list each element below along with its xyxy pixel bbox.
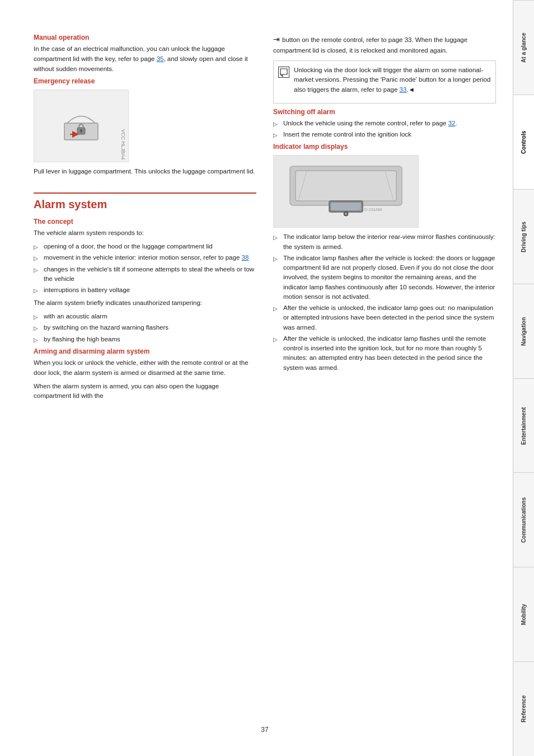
switching-off-title: Switching off alarm [273,108,496,116]
manual-operation-section: Manual operation In the case of an elect… [34,34,256,74]
switching-text-1: Unlock the vehicle using the remote cont… [283,119,457,128]
page-container: Manual operation In the case of an elect… [0,0,534,756]
indicator-title: Indicator lamp displays [273,143,496,151]
indicator-item-3: ▷ After the vehicle is unlocked, the ind… [273,303,496,332]
bullet-item-1: ▷ opening of a door, the hood or the lug… [34,242,256,251]
link-page35[interactable]: 35 [157,55,164,62]
alarm-system-title: Alarm system [34,192,256,211]
emergency-release-section: Emergency release [34,77,256,177]
tampering-text-1: with an acoustic alarm [44,312,107,321]
indicator-text-1: The indicator lamp below the interior re… [283,232,496,252]
tampering-arrow-3: ▷ [34,336,39,344]
indicator-text-2: The indicator lamp flashes after the veh… [283,253,496,302]
switching-off-list: ▷ Unlock the vehicle using the remote co… [273,119,496,140]
indicator-arrow-4: ▷ [273,335,279,344]
note-text: Unlocking via the door lock will trigger… [294,65,491,95]
tampering-intro: The alarm system briefly indicates unaut… [34,298,256,308]
switching-arrow-2: ▷ [273,131,279,139]
arming-section: Arming and disarming alarm system When y… [34,348,256,401]
top-section: Manual operation In the case of an elect… [34,34,496,715]
bullet-arrow-3: ▷ [34,266,39,274]
bullet-item-3: ▷ changes in the vehicle's tilt if someo… [34,265,256,284]
svg-text:VCO-23148A: VCO-23148A [359,208,382,212]
left-column: Manual operation In the case of an elect… [34,34,256,715]
intro-text-1: button on the remote control, refer to p… [273,36,467,54]
right-sidebar: At a glance Controls Driving tips Naviga… [513,0,534,756]
indicator-text-3: After the vehicle is unlocked, the indic… [283,303,496,332]
tampering-item-2: ▷ by switching on the hazard warning fla… [34,323,256,332]
link-page33b[interactable]: 33 [400,86,407,93]
indicator-image: VCO-23148A [273,155,419,228]
bullet-text-4: interruptions in battery voltage [44,285,130,295]
indicator-arrow-2: ▷ [273,255,279,263]
indicator-section: Indicator lamp displays [273,143,496,373]
tampering-arrow-1: ▷ [34,313,39,321]
concept-title: The concept [34,218,256,226]
tampering-text-2: by switching on the hazard warning flash… [44,323,168,332]
sidebar-tab-driving-tips[interactable]: Driving tips [513,189,534,284]
concept-section: The concept The vehicle alarm system res… [34,218,256,344]
emergency-release-caption: Pull lever in luggage compartment. This … [34,167,256,177]
image-watermark: VCC HLJBA4 [120,129,126,160]
arming-body-2: When the alarm system is armed, you can … [34,382,256,402]
sidebar-tab-communications[interactable]: Communications [513,472,534,567]
right-intro: ⇥button on the remote control, refer to … [273,34,496,56]
indicator-item-1: ▷ The indicator lamp below the interior … [273,232,496,252]
arming-body-1: When you lock or unlock the vehicle, eit… [34,358,256,378]
page-number: 37 [34,726,496,734]
indicator-item-2: ▷ The indicator lamp flashes after the v… [273,253,496,302]
main-content: Manual operation In the case of an elect… [0,0,513,756]
remote-icon: ⇥ [273,35,280,44]
bullet-arrow-1: ▷ [34,243,39,251]
bullet-text-1: opening of a door, the hood or the lugga… [44,242,213,251]
indicator-list: ▷ The indicator lamp below the interior … [273,232,496,373]
bullet-arrow-2: ▷ [34,254,39,262]
emergency-release-title: Emergency release [34,77,256,85]
tampering-item-1: ▷ with an acoustic alarm [34,312,256,321]
right-column: ⇥button on the remote control, refer to … [273,34,496,715]
sidebar-tab-mobility[interactable]: Mobility [513,567,534,661]
note-icon [278,67,289,78]
bullet-arrow-4: ▷ [34,287,39,295]
indicator-arrow-3: ▷ [273,304,279,313]
emergency-image: VCC HLJBA4 [34,90,129,162]
indicator-text-4: After the vehicle is unlocked, the indic… [283,334,496,373]
indicator-item-4: ▷ After the vehicle is unlocked, the ind… [273,334,496,373]
link-page32[interactable]: 32 [448,120,456,126]
svg-marker-4 [280,69,287,74]
bullet-item-2: ▷ movement in the vehicle interior: inte… [34,253,256,262]
sidebar-tab-navigation[interactable]: Navigation [513,284,534,378]
manual-operation-title: Manual operation [34,34,256,41]
bullet-text-2: movement in the vehicle interior: interi… [44,253,249,262]
switching-off-item-2: ▷ Insert the remote control into the ign… [273,130,496,139]
sidebar-tab-at-a-glance[interactable]: At a glance [513,0,534,95]
arming-title: Arming and disarming alarm system [34,348,256,355]
svg-point-14 [345,213,347,215]
indicator-arrow-1: ▷ [273,233,279,242]
switching-arrow-1: ▷ [273,120,279,128]
svg-line-5 [280,74,283,77]
manual-operation-body: In the case of an electrical malfunction… [34,44,256,74]
bullet-text-3: changes in the vehicle's tilt if someone… [44,265,256,284]
tampering-item-3: ▷ by flashing the high beams [34,335,256,344]
svg-rect-3 [81,130,82,133]
switching-text-2: Insert the remote control into the ignit… [283,130,411,139]
sidebar-tab-reference[interactable]: Reference [513,661,534,756]
concept-bullet-list: ▷ opening of a door, the hood or the lug… [34,242,256,295]
sidebar-tab-controls[interactable]: Controls [513,95,534,189]
bullet-item-4: ▷ interruptions in battery voltage [34,285,256,295]
tampering-bullet-list: ▷ with an acoustic alarm ▷ by switching … [34,312,256,344]
svg-rect-12 [331,203,361,210]
tampering-arrow-2: ▷ [34,324,39,332]
tampering-text-3: by flashing the high beams [44,335,120,344]
switching-off-section: Switching off alarm ▷ Unlock the vehicle… [273,108,496,140]
sidebar-tab-entertainment[interactable]: Entertainment [513,378,534,473]
link-page38[interactable]: 38 [241,254,249,261]
concept-intro: The vehicle alarm system responds to: [34,228,256,238]
switching-off-item-1: ▷ Unlock the vehicle using the remote co… [273,119,496,128]
note-box: Unlocking via the door lock will trigger… [273,60,496,104]
svg-rect-8 [296,171,396,201]
